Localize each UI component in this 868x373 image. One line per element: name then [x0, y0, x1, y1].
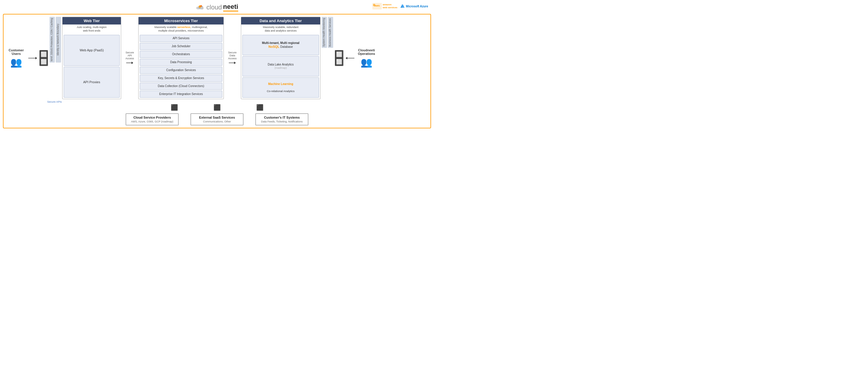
- customer-users-icon: 👥: [10, 57, 22, 68]
- customer-users-section: Customer Users 👥: [6, 17, 27, 99]
- it-systems-desc: Data Feeds, Ticketing, Notifications: [259, 120, 305, 123]
- logo-neeti-text: neeti: [223, 3, 238, 11]
- data-tier-desc: Massively scalable, redundant data and a…: [241, 25, 320, 34]
- main-diagram: Customer Users 👥 🔲 🔲 WAF, DDoS Protectio…: [3, 14, 431, 128]
- connector-firewall-3: ⬛: [256, 104, 264, 111]
- left-cols: WAF, DDoS Protection, CDN / Caching Iden…: [50, 17, 61, 63]
- cloudneeti-ops-section: Cloudneeti Operations 👥: [356, 17, 377, 99]
- svg-marker-13: [131, 62, 133, 64]
- logo-cloud-text: cloud: [206, 3, 222, 11]
- data-tier-box: Data and Analytics Tier Massively scalab…: [241, 17, 320, 99]
- system-health-label: System Health Monitoring: [322, 17, 327, 48]
- customer-users-label: Customer Users: [8, 49, 24, 55]
- cloud-providers-top: AWS amazonweb services Microsoft Azure: [372, 3, 428, 9]
- nosql-title: Multi-tenant, Multi regional: [262, 41, 299, 45]
- data-tier-inner: Multi-tenant, Multi regional NoSQL Datab…: [241, 34, 320, 99]
- arrow-right-icon: [28, 56, 37, 60]
- waf-label: WAF, DDoS Protection, CDN / Caching: [50, 17, 55, 63]
- microservices-tier-box: Microservices Tier Massively scalable se…: [138, 17, 224, 99]
- cloudneeti-icon: [196, 4, 204, 11]
- svg-marker-11: [35, 57, 37, 59]
- saas-title: External SaaS Services: [194, 116, 240, 119]
- cloud-providers-title: Cloud Service Providers: [129, 116, 175, 119]
- bottom-boxes-row: Cloud Service Providers AWS, Azure, O365…: [6, 113, 428, 125]
- bottom-section: Secure APIs ⬛ ⬛ ⬛: [6, 101, 428, 125]
- secure-data-label: Secure Data Access: [228, 51, 237, 60]
- it-systems-title: Customer's IT Systems: [259, 116, 305, 119]
- firewall-icon-right2: 🔲: [334, 57, 344, 66]
- web-tier-header: Web Tier: [63, 17, 121, 25]
- web-tier-desc: Auto scaling, multi-region web front end…: [63, 25, 121, 34]
- svg-marker-15: [234, 62, 236, 64]
- connector-cloud: ⬛: [171, 104, 178, 111]
- svg-point-4: [200, 5, 202, 7]
- nosql-box: Multi-tenant, Multi regional NoSQL Datab…: [242, 35, 319, 55]
- web-tier-inner: Web App (PaaS) API Proxies: [63, 34, 121, 99]
- connector-firewall-1: ⬛: [171, 104, 178, 111]
- header: cloudneeti AWS amazonweb services Micros…: [3, 3, 431, 11]
- azure-text: Microsoft Azure: [406, 5, 428, 8]
- key-secrets-box: Key, Secrets & Encryption Services: [140, 75, 222, 82]
- cloudneeti-ops-label: Cloudneeti Operations: [358, 49, 375, 55]
- svg-point-7: [373, 4, 375, 6]
- arrow-right-to-ops: [345, 17, 355, 99]
- data-lake-sub: (roadmap): [268, 66, 294, 69]
- api-proxies-box: API Proxies: [64, 67, 120, 98]
- firewall-left: 🔲 🔲: [39, 17, 49, 99]
- microservices-tier-header: Microservices Tier: [138, 17, 223, 25]
- azure-icon: [400, 3, 405, 9]
- firewall-icon-left2: 🔲: [39, 57, 49, 66]
- secure-apis-label: Secure APIs: [47, 101, 428, 103]
- data-collection-box: Data Collection (Cloud Connectors): [140, 83, 222, 90]
- microservices-services: API Services Job Scheduler Orchestrators…: [138, 34, 223, 99]
- data-tier-header: Data and Analytics Tier: [241, 17, 320, 25]
- secure-api-label: Secure API Access: [125, 51, 134, 60]
- web-tier-box: Web Tier Auto scaling, multi-region web …: [62, 17, 121, 99]
- data-arrow-icon: [229, 60, 236, 65]
- logo: cloudneeti: [196, 3, 238, 11]
- right-cols: System Health Monitoring Business Health…: [322, 17, 333, 48]
- ml-box: Machine Learning Co-relational Analytics: [242, 77, 319, 98]
- ml-highlight: Machine Learning: [267, 82, 294, 86]
- nosql-highlight-row: NoSQL Database: [262, 45, 299, 49]
- connector-saas: ⬛: [214, 104, 221, 111]
- data-processing-box: Data Processing: [140, 59, 222, 66]
- job-scheduler-box: Job Scheduler: [140, 43, 222, 50]
- firewall-right: 🔲 🔲: [334, 17, 344, 99]
- nosql-suffix: Database: [280, 45, 293, 49]
- web-app-box: Web App (PaaS): [64, 35, 120, 66]
- config-services-box: Configuration Services: [140, 67, 222, 74]
- enterprise-it-box: Enterprise IT Integration Services: [140, 91, 222, 98]
- it-systems-box: Customer's IT Systems Data Feeds, Ticket…: [255, 113, 308, 125]
- data-lake-title: Data Lake Analytics: [268, 63, 294, 66]
- secure-data-connector: Secure Data Access: [225, 17, 240, 99]
- connector-firewall-2: ⬛: [214, 104, 221, 111]
- bottom-connectors: ⬛ ⬛ ⬛: [6, 104, 428, 111]
- ms-serverless: serverless: [177, 26, 190, 29]
- ml-suffix: Co-relational Analytics: [267, 86, 294, 93]
- microservices-tier-desc: Massively scalable serverless, multiregi…: [138, 25, 223, 34]
- cloud-providers-desc: AWS, Azure, O365, GCP (roadmap): [129, 120, 175, 123]
- business-health-label: Business Health Services: [328, 17, 333, 48]
- aws-icon: AWS: [372, 3, 382, 9]
- secure-api-connector: Secure API Access: [122, 17, 137, 99]
- ops-arrow-icon: [346, 56, 354, 60]
- azure-badge: Microsoft Azure: [400, 3, 428, 9]
- nosql-highlight: NoSQL: [269, 45, 280, 49]
- cloudneeti-ops-icon: 👥: [361, 57, 372, 68]
- data-lake-box: Data Lake Analytics (roadmap): [242, 56, 319, 77]
- saas-box: External SaaS Services Communications, O…: [190, 113, 244, 125]
- saas-desc: Communications, Other: [194, 120, 240, 123]
- api-arrow-icon: [126, 60, 133, 65]
- orchestrators-box: Orchestrators: [140, 51, 222, 58]
- aws-text: amazonweb services: [383, 3, 398, 9]
- ms-desc1: Massively scalable: [154, 26, 178, 29]
- main-content-row: Customer Users 👥 🔲 🔲 WAF, DDoS Protectio…: [6, 17, 428, 99]
- identity-label: Identity & Network Boundary: [56, 17, 61, 63]
- arrow-left: [28, 17, 38, 99]
- api-services-box: API Services: [140, 35, 222, 42]
- aws-badge: AWS amazonweb services: [372, 3, 398, 9]
- connector-it: ⬛: [256, 104, 264, 111]
- svg-marker-17: [346, 57, 347, 59]
- connector-lines: ⬛ ⬛ ⬛: [171, 104, 264, 111]
